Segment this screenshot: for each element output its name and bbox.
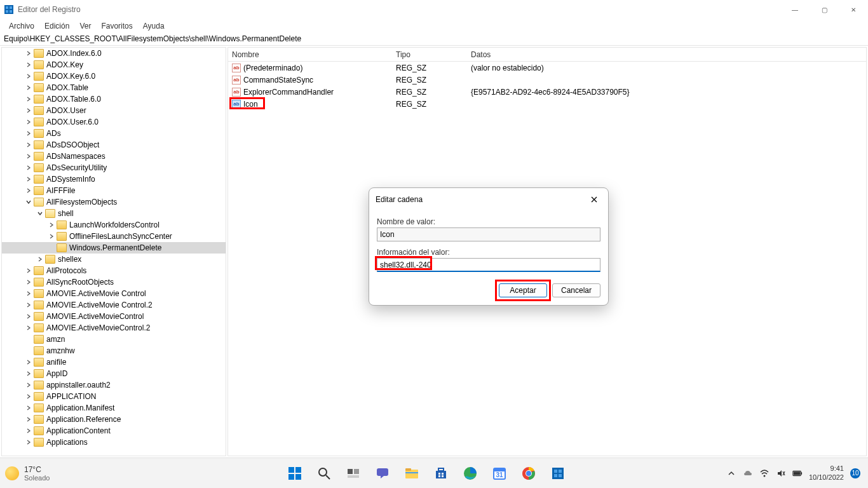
chevron-right-icon[interactable] [25, 130, 32, 137]
battery-icon[interactable] [792, 468, 803, 478]
ok-button[interactable]: Aceptar [499, 283, 547, 297]
taskbar-clock[interactable]: 9:41 10/10/2022 [809, 464, 844, 481]
chevron-right-icon[interactable] [25, 175, 32, 183]
tree-item[interactable]: Application.Manifest [2, 402, 226, 414]
tree-item[interactable]: ADSystemInfo [2, 173, 226, 185]
close-button[interactable]: ✕ [839, 0, 868, 19]
tree-item[interactable]: Application.Reference [2, 414, 226, 425]
taskbar-weather[interactable]: 17°C Soleado [0, 465, 127, 482]
tree-item[interactable]: AMOVIE.ActiveMovie Control [2, 288, 226, 299]
tree-item[interactable]: ADOX.User [2, 105, 226, 116]
search-button[interactable] [311, 461, 337, 486]
tree-item[interactable]: AllSyncRootObjects [2, 276, 226, 288]
chat-icon[interactable] [370, 461, 395, 486]
tree-item[interactable]: anifile [2, 356, 226, 368]
tree-item[interactable]: ADsSecurityUtility [2, 162, 226, 173]
menu-file[interactable]: Archivo [4, 20, 39, 32]
tree-item[interactable]: amzn [2, 334, 226, 345]
chevron-right-icon[interactable] [25, 118, 32, 126]
tree-item[interactable]: AMOVIE.ActiveMovieControl.2 [2, 322, 226, 334]
cancel-button[interactable]: Cancelar [552, 283, 600, 297]
chevron-right-icon[interactable] [25, 72, 32, 80]
tree-item[interactable]: AIFFFile [2, 185, 226, 196]
chevron-right-icon[interactable] [25, 438, 32, 446]
list-row[interactable]: CommandStateSyncREG_SZ [228, 74, 866, 86]
chevron-right-icon[interactable] [25, 313, 32, 320]
col-header-data[interactable]: Datos [467, 50, 866, 59]
tree-item[interactable]: ADOX.Table.6.0 [2, 93, 226, 105]
tree-item[interactable]: OfflineFilesLaunchSyncCenter [2, 231, 226, 242]
tree-item[interactable]: ADsNamespaces [2, 151, 226, 162]
tree-item[interactable]: AllFilesystemObjects [2, 196, 226, 208]
minimize-button[interactable]: — [780, 0, 810, 19]
chevron-right-icon[interactable] [25, 107, 32, 114]
chevron-right-icon[interactable] [25, 290, 32, 297]
notification-badge[interactable]: 10 [850, 468, 860, 478]
tree-item[interactable]: ADsDSOObject [2, 139, 226, 151]
chevron-right-icon[interactable] [25, 278, 32, 286]
tree-item[interactable]: Windows.PermanentDelete [2, 242, 226, 254]
list-row[interactable]: IconREG_SZ [228, 98, 866, 110]
chevron-right-icon[interactable] [25, 416, 32, 423]
start-button[interactable] [282, 461, 308, 486]
chevron-right-icon[interactable] [25, 301, 32, 309]
menu-edit[interactable]: Edición [39, 20, 74, 32]
chevron-right-icon[interactable] [25, 427, 32, 435]
tree-item[interactable]: shellex [2, 254, 226, 265]
col-header-type[interactable]: Tipo [392, 50, 467, 59]
chrome-icon[interactable] [516, 461, 541, 486]
chevron-right-icon[interactable] [25, 267, 32, 274]
chevron-right-icon[interactable] [25, 95, 32, 103]
menu-view[interactable]: Ver [74, 20, 96, 32]
regedit-taskbar-icon[interactable] [545, 461, 571, 486]
tree-item[interactable]: APPLICATION [2, 391, 226, 402]
onedrive-icon[interactable] [743, 468, 753, 478]
chevron-right-icon[interactable] [25, 381, 32, 389]
tree-item[interactable]: ADOX.Key.6.0 [2, 71, 226, 82]
tree-item[interactable]: AMOVIE.ActiveMovie Control.2 [2, 299, 226, 311]
tree-item[interactable]: amznhw [2, 345, 226, 356]
edge-icon[interactable] [458, 461, 483, 486]
store-icon[interactable] [428, 461, 454, 486]
volume-icon[interactable] [776, 468, 786, 478]
tree-item[interactable]: appinstaller.oauth2 [2, 379, 226, 391]
tree-item[interactable]: AllProtocols [2, 265, 226, 276]
menu-favorites[interactable]: Favoritos [96, 20, 137, 32]
chevron-right-icon[interactable] [25, 187, 32, 194]
tree-item[interactable]: Applications [2, 437, 226, 448]
menu-help[interactable]: Ayuda [138, 20, 170, 32]
file-explorer-icon[interactable] [399, 461, 424, 486]
chevron-right-icon[interactable] [25, 164, 32, 172]
address-bar[interactable]: Equipo\HKEY_CLASSES_ROOT\AllFilesystemOb… [0, 33, 868, 46]
chevron-right-icon[interactable] [25, 152, 32, 160]
chevron-right-icon[interactable] [36, 255, 44, 263]
chevron-down-icon[interactable] [36, 210, 44, 217]
chevron-right-icon[interactable] [25, 61, 32, 69]
tree-item[interactable]: ApplicationContent [2, 425, 226, 437]
dialog-close-button[interactable] [587, 192, 602, 207]
chevron-right-icon[interactable] [48, 233, 55, 240]
tree-item[interactable]: LaunchWorkfoldersControl [2, 219, 226, 231]
chevron-right-icon[interactable] [25, 324, 32, 332]
chevron-right-icon[interactable] [25, 84, 32, 92]
chevron-right-icon[interactable] [25, 393, 32, 400]
calendar-icon[interactable]: 31 [487, 461, 512, 486]
col-header-name[interactable]: Nombre [228, 50, 392, 59]
tray-chevron-icon[interactable] [726, 468, 736, 478]
maximize-button[interactable]: ▢ [810, 0, 839, 19]
chevron-right-icon[interactable] [25, 370, 32, 377]
tree-item[interactable]: shell [2, 208, 226, 219]
chevron-right-icon[interactable] [25, 50, 32, 57]
chevron-right-icon[interactable] [25, 141, 32, 149]
wifi-icon[interactable] [759, 468, 770, 478]
task-view-button[interactable] [341, 461, 366, 486]
tree-item[interactable]: AppID [2, 368, 226, 379]
chevron-down-icon[interactable] [25, 198, 32, 206]
chevron-right-icon[interactable] [25, 404, 32, 412]
tree-item[interactable]: ADOX.User.6.0 [2, 116, 226, 128]
chevron-right-icon[interactable] [25, 358, 32, 366]
list-row[interactable]: ExplorerCommandHandlerREG_SZ{E9571AB2-AD… [228, 86, 866, 98]
tree-item[interactable]: ADOX.Key [2, 59, 226, 71]
list-row[interactable]: (Predeterminado)REG_SZ(valor no establec… [228, 62, 866, 74]
tree-item[interactable]: AMOVIE.ActiveMovieControl [2, 311, 226, 322]
